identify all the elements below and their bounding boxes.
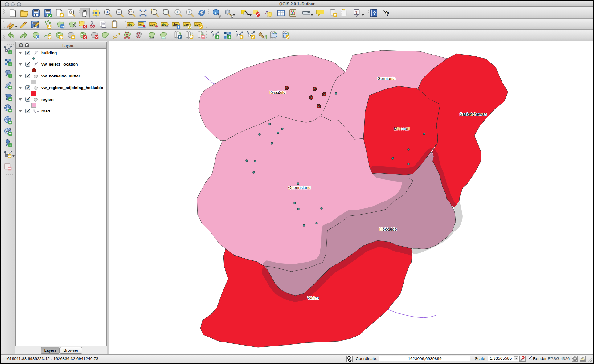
svg-text:Missouri: Missouri: [394, 126, 409, 131]
svg-text:abc: abc: [150, 23, 155, 26]
svg-text:abc: abc: [127, 23, 132, 26]
svg-text:KwaZulu: KwaZulu: [269, 90, 286, 95]
svg-text:ε: ε: [265, 9, 268, 15]
svg-text:T: T: [355, 10, 358, 14]
svg-text:?: ?: [386, 11, 389, 17]
svg-text:i: i: [215, 10, 216, 14]
svg-text:Wales: Wales: [307, 296, 319, 300]
svg-text:ab: ab: [139, 23, 142, 26]
svg-text:Hokkaido: Hokkaido: [379, 227, 397, 231]
svg-text:Queensland: Queensland: [288, 185, 311, 190]
svg-text:abc: abc: [161, 23, 166, 26]
svg-text:Saskatchewan: Saskatchewan: [460, 112, 487, 117]
svg-text:?: ?: [373, 11, 376, 16]
svg-text:Germania: Germania: [377, 76, 396, 81]
svg-text:1:1: 1:1: [129, 11, 133, 14]
